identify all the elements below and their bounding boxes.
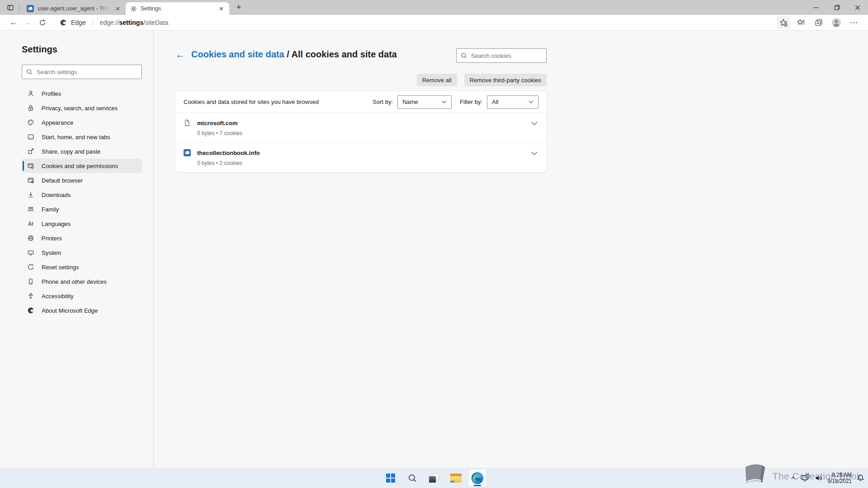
edge-logo-icon	[471, 471, 484, 485]
sidebar-item-share-copy-paste[interactable]: Share, copy and paste	[22, 144, 142, 159]
close-window-button[interactable]	[847, 0, 868, 15]
site-row-microsoft[interactable]: microsoft.com 0 bytes • 7 cookies	[175, 113, 547, 142]
sort-by-value: Name	[402, 99, 418, 105]
refresh-icon	[39, 19, 46, 26]
sidebar-item-languages[interactable]: Languages	[22, 216, 142, 231]
cookies-list-card: Cookies and data stored for sites you ha…	[175, 91, 547, 172]
watermark-book-icon	[742, 463, 768, 487]
tab-close-icon[interactable]: ✕	[114, 5, 121, 12]
sidebar-item-printers[interactable]: Printers	[22, 231, 142, 245]
sidebar-item-about-edge[interactable]: About Microsoft Edge	[22, 303, 142, 318]
edge-taskbar-button[interactable]	[468, 469, 486, 487]
sidebar-item-label: Accessibility	[42, 293, 74, 300]
refresh-button[interactable]	[35, 16, 50, 29]
remove-all-button[interactable]: Remove all	[417, 74, 457, 86]
tab-actions-menu-button[interactable]	[5, 3, 16, 13]
taskbar-clock[interactable]: 9:25 AM 9/18/2021	[828, 472, 852, 484]
favorites-add-icon	[779, 19, 788, 27]
expand-chevron-icon[interactable]	[531, 122, 538, 126]
expand-chevron-icon[interactable]	[531, 151, 538, 155]
sidebar-item-label: Share, copy and paste	[42, 148, 100, 155]
monitor-icon	[27, 249, 34, 256]
file-explorer-button[interactable]	[447, 469, 465, 487]
sidebar-item-label: Reset settings	[42, 264, 79, 271]
clock-time: 9:25 AM	[828, 472, 852, 478]
volume-icon[interactable]	[815, 474, 823, 482]
sidebar-item-label: Languages	[42, 221, 71, 227]
sidebar-item-reset-settings[interactable]: Reset settings	[22, 260, 142, 274]
reset-icon	[27, 263, 34, 271]
start-button[interactable]	[382, 469, 400, 487]
forward-button[interactable]: →	[21, 16, 35, 29]
address-bar[interactable]: Edge edge://settings/siteData	[60, 19, 777, 26]
sidebar-item-appearance[interactable]: Appearance	[22, 115, 142, 130]
settings-search-input[interactable]	[37, 69, 137, 75]
search-icon	[408, 474, 417, 483]
tab-close-icon[interactable]: ✕	[218, 5, 225, 12]
favorites-button[interactable]	[794, 16, 808, 29]
favorites-add-button[interactable]	[777, 16, 790, 29]
tab-title: Settings	[141, 5, 214, 12]
taskbar-search-button[interactable]	[403, 469, 421, 487]
breadcrumb-back-button[interactable]: ←	[175, 50, 185, 59]
hidden-icons-chevron[interactable]	[790, 475, 796, 481]
task-view-button[interactable]	[425, 469, 443, 487]
settings-search-box[interactable]	[22, 65, 142, 79]
titlebar: user-agent.user_agent - The Coll ✕ Setti…	[0, 0, 868, 15]
cookie-search-input[interactable]	[471, 52, 542, 59]
site-chip-label: Edge	[71, 19, 86, 26]
new-tab-button[interactable]: +	[233, 2, 245, 13]
printer-icon	[27, 235, 34, 242]
filter-by-value: All	[492, 99, 498, 105]
content: Settings Profiles Privacy, search, and s…	[0, 31, 868, 468]
site-details: 0 bytes • 2 cookies	[197, 160, 538, 166]
sidebar-item-label: Downloads	[42, 192, 71, 198]
back-button[interactable]: ←	[6, 16, 21, 29]
minimize-button[interactable]	[806, 0, 826, 15]
sidebar-item-accessibility[interactable]: Accessibility	[22, 289, 142, 303]
notifications-bell-icon[interactable]	[857, 474, 864, 482]
file-explorer-icon	[450, 474, 462, 483]
restore-button[interactable]	[826, 0, 847, 15]
cookies-list-title: Cookies and data stored for sites you ha…	[184, 99, 319, 105]
tab-strip: user-agent.user_agent - The Coll ✕ Setti…	[0, 0, 245, 15]
sidebar-item-cookies-site-permissions[interactable]: Cookies and site permissions	[22, 159, 142, 173]
remove-third-party-button[interactable]: Remove third-party cookies	[464, 74, 547, 86]
sidebar-item-system[interactable]: System	[22, 245, 142, 260]
sidebar-item-privacy[interactable]: Privacy, search, and services	[22, 101, 142, 115]
breadcrumb-parent-link[interactable]: Cookies and site data	[191, 49, 284, 59]
tab-collection-book[interactable]: user-agent.user_agent - The Coll ✕	[22, 2, 126, 15]
sidebar-item-family[interactable]: Family	[22, 202, 142, 216]
cookie-search-box[interactable]	[456, 48, 547, 63]
tab-settings[interactable]: Settings ✕	[126, 2, 229, 15]
site-domain: thecollectionbook.info	[197, 150, 260, 156]
palette-icon	[27, 119, 34, 126]
sort-by-dropdown[interactable]: Name	[397, 95, 452, 109]
more-menu-button[interactable]: ⋯	[847, 16, 861, 29]
sort-by-label: Sort by:	[373, 99, 393, 105]
sidebar-item-phone-devices[interactable]: Phone and other devices	[22, 274, 142, 289]
edge-mono-icon	[60, 19, 67, 26]
navbar-right-icons: ⋯	[777, 16, 863, 29]
profile-button[interactable]	[830, 16, 843, 29]
network-icon[interactable]	[801, 474, 810, 482]
main-pane: ← Cookies and site data / All cookies an…	[154, 31, 868, 468]
blue-book-icon	[27, 5, 34, 12]
search-icon	[461, 52, 467, 59]
collections-icon	[815, 19, 823, 27]
filter-by-label: Filter by:	[460, 99, 482, 105]
site-row-thecollectionbook[interactable]: thecollectionbook.info 0 bytes • 2 cooki…	[175, 142, 547, 172]
gear-icon	[130, 5, 137, 12]
collections-button[interactable]	[812, 16, 826, 29]
sidebar-item-profiles[interactable]: Profiles	[22, 86, 142, 101]
minimize-icon	[813, 5, 819, 10]
chevron-down-icon	[442, 100, 447, 103]
task-view-icon	[429, 474, 439, 483]
clock-date: 9/18/2021	[828, 478, 852, 484]
sidebar-item-start-home-tabs[interactable]: Start, home, and new tabs	[22, 130, 142, 144]
sidebar-item-downloads[interactable]: Downloads	[22, 188, 142, 202]
search-icon	[26, 69, 33, 75]
family-icon	[27, 206, 34, 213]
filter-by-dropdown[interactable]: All	[487, 95, 538, 109]
sidebar-item-default-browser[interactable]: Default browser	[22, 173, 142, 188]
